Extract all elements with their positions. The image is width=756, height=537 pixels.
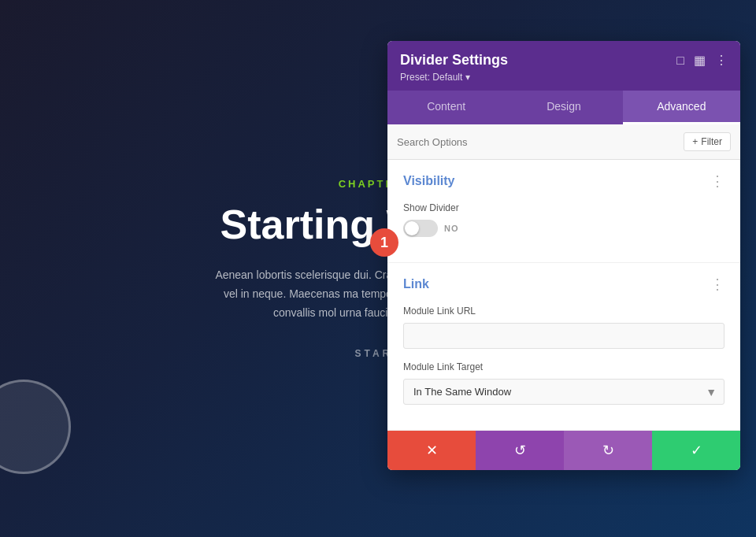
show-divider-label: Show Divider [403,202,724,213]
module-link-target-field: Module Link Target In The Same Window In… [403,361,724,405]
toggle-no-label: NO [444,224,459,233]
toggle-thumb [405,221,419,235]
columns-icon[interactable]: ▦ [694,53,706,68]
link-section: Link ⋮ Module Link URL Module Link Targe… [387,263,740,431]
panel-body: Visibility ⋮ Show Divider NO Link ⋮ Mod [387,160,740,431]
panel-footer: ✕ ↺ ↻ ✓ [387,431,740,470]
module-link-url-field: Module Link URL [403,306,724,349]
tab-content[interactable]: Content [387,91,505,124]
search-bar: + Filter [387,124,740,160]
filter-button[interactable]: + Filter [684,132,731,151]
expand-icon[interactable]: □ [676,54,684,68]
tab-design[interactable]: Design [505,91,622,124]
panel-header: Divider Settings □ ▦ ⋮ Preset: Default ▾ [387,41,740,91]
number-badge: 1 [370,228,398,257]
show-divider-field: Show Divider NO [403,202,724,237]
cancel-button[interactable]: ✕ [387,431,476,470]
save-button[interactable]: ✓ [652,431,740,470]
filter-plus-icon: + [692,136,698,147]
visibility-menu-icon[interactable]: ⋮ [710,172,724,190]
search-input[interactable] [397,136,677,148]
link-section-header: Link ⋮ [403,276,724,293]
more-icon[interactable]: ⋮ [715,53,728,68]
show-divider-toggle[interactable] [403,220,438,237]
visibility-section-header: Visibility ⋮ [403,172,724,190]
module-link-target-select[interactable]: In The Same Window In New Window [403,379,724,405]
select-wrapper: In The Same Window In New Window ▼ [403,379,724,405]
link-section-title: Link [403,277,429,291]
panel-preset[interactable]: Preset: Default ▾ [400,72,728,83]
visibility-section: Visibility ⋮ Show Divider NO [387,160,740,263]
toggle-container: NO [403,220,724,237]
panel-title-row: Divider Settings □ ▦ ⋮ [400,52,728,69]
panel-tabs: Content Design Advanced [387,91,740,124]
settings-panel: Divider Settings □ ▦ ⋮ Preset: Default ▾… [387,41,740,470]
panel-header-icons: □ ▦ ⋮ [676,53,728,68]
panel-title: Divider Settings [400,52,508,69]
redo-button[interactable]: ↻ [564,431,652,470]
filter-label: Filter [701,136,722,147]
link-menu-icon[interactable]: ⋮ [710,276,724,293]
undo-button[interactable]: ↺ [476,431,564,470]
module-link-url-label: Module Link URL [403,306,724,317]
module-link-target-label: Module Link Target [403,361,724,372]
tab-advanced[interactable]: Advanced [623,91,740,124]
visibility-section-title: Visibility [403,174,455,188]
module-link-url-input[interactable] [403,323,724,349]
